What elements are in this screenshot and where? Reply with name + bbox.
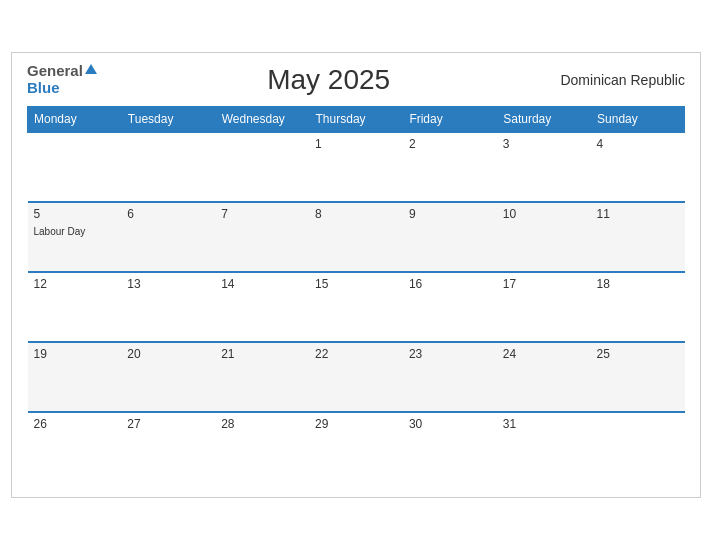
logo-triangle-icon [85, 64, 97, 74]
week-row-4: 19202122232425 [28, 342, 685, 412]
day-event: Labour Day [34, 226, 86, 237]
calendar-cell-w4-d1: 19 [28, 342, 122, 412]
calendar-cell-w3-d7: 18 [591, 272, 685, 342]
day-number: 6 [127, 207, 209, 221]
weekday-header-row: Monday Tuesday Wednesday Thursday Friday… [28, 107, 685, 133]
day-number: 30 [409, 417, 491, 431]
day-number: 27 [127, 417, 209, 431]
day-number: 24 [503, 347, 585, 361]
calendar-cell-w2-d4: 8 [309, 202, 403, 272]
calendar-cell-w3-d3: 14 [215, 272, 309, 342]
day-number: 31 [503, 417, 585, 431]
day-number: 28 [221, 417, 303, 431]
calendar-title: May 2025 [267, 64, 390, 96]
calendar-cell-w1-d2 [121, 132, 215, 202]
day-number: 2 [409, 137, 491, 151]
header-friday: Friday [403, 107, 497, 133]
day-number: 26 [34, 417, 116, 431]
calendar-region: Dominican Republic [560, 72, 685, 88]
day-number: 18 [597, 277, 679, 291]
calendar-cell-w3-d1: 12 [28, 272, 122, 342]
calendar-cell-w2-d1: 5Labour Day [28, 202, 122, 272]
day-number: 1 [315, 137, 397, 151]
calendar-cell-w5-d5: 30 [403, 412, 497, 482]
logo: General Blue [27, 63, 97, 96]
day-number: 12 [34, 277, 116, 291]
calendar-cell-w3-d2: 13 [121, 272, 215, 342]
calendar-cell-w5-d1: 26 [28, 412, 122, 482]
logo-blue-text: Blue [27, 80, 97, 97]
day-number: 4 [597, 137, 679, 151]
day-number: 19 [34, 347, 116, 361]
calendar-cell-w5-d4: 29 [309, 412, 403, 482]
calendar-cell-w4-d4: 22 [309, 342, 403, 412]
day-number: 3 [503, 137, 585, 151]
day-number: 17 [503, 277, 585, 291]
calendar-cell-w2-d6: 10 [497, 202, 591, 272]
day-number: 20 [127, 347, 209, 361]
calendar-cell-w5-d3: 28 [215, 412, 309, 482]
calendar-cell-w2-d7: 11 [591, 202, 685, 272]
calendar-cell-w5-d6: 31 [497, 412, 591, 482]
day-number: 14 [221, 277, 303, 291]
calendar-container: General Blue May 2025 Dominican Republic… [11, 52, 701, 498]
week-row-1: 1234 [28, 132, 685, 202]
header-thursday: Thursday [309, 107, 403, 133]
header-tuesday: Tuesday [121, 107, 215, 133]
day-number: 9 [409, 207, 491, 221]
calendar-cell-w1-d3 [215, 132, 309, 202]
day-number: 29 [315, 417, 397, 431]
day-number: 16 [409, 277, 491, 291]
calendar-cell-w2-d3: 7 [215, 202, 309, 272]
calendar-cell-w4-d7: 25 [591, 342, 685, 412]
day-number: 13 [127, 277, 209, 291]
calendar-cell-w5-d2: 27 [121, 412, 215, 482]
calendar-cell-w4-d3: 21 [215, 342, 309, 412]
week-row-5: 262728293031 [28, 412, 685, 482]
day-number: 5 [34, 207, 116, 221]
day-number: 10 [503, 207, 585, 221]
week-row-3: 12131415161718 [28, 272, 685, 342]
calendar-cell-w2-d2: 6 [121, 202, 215, 272]
day-number: 8 [315, 207, 397, 221]
calendar-cell-w1-d6: 3 [497, 132, 591, 202]
calendar-cell-w2-d5: 9 [403, 202, 497, 272]
header-wednesday: Wednesday [215, 107, 309, 133]
calendar-cell-w4-d2: 20 [121, 342, 215, 412]
day-number: 23 [409, 347, 491, 361]
day-number: 15 [315, 277, 397, 291]
header-sunday: Sunday [591, 107, 685, 133]
calendar-cell-w3-d4: 15 [309, 272, 403, 342]
calendar-cell-w3-d6: 17 [497, 272, 591, 342]
week-row-2: 5Labour Day67891011 [28, 202, 685, 272]
day-number: 21 [221, 347, 303, 361]
day-number: 7 [221, 207, 303, 221]
calendar-cell-w1-d5: 2 [403, 132, 497, 202]
calendar-cell-w1-d7: 4 [591, 132, 685, 202]
calendar-cell-w5-d7 [591, 412, 685, 482]
day-number: 11 [597, 207, 679, 221]
calendar-cell-w4-d5: 23 [403, 342, 497, 412]
header-saturday: Saturday [497, 107, 591, 133]
calendar-cell-w1-d4: 1 [309, 132, 403, 202]
header-monday: Monday [28, 107, 122, 133]
calendar-cell-w1-d1 [28, 132, 122, 202]
day-number: 22 [315, 347, 397, 361]
calendar-header: General Blue May 2025 Dominican Republic [27, 63, 685, 96]
logo-general-text: General [27, 63, 83, 80]
calendar-cell-w4-d6: 24 [497, 342, 591, 412]
day-number: 25 [597, 347, 679, 361]
calendar-cell-w3-d5: 16 [403, 272, 497, 342]
calendar-grid: Monday Tuesday Wednesday Thursday Friday… [27, 106, 685, 482]
